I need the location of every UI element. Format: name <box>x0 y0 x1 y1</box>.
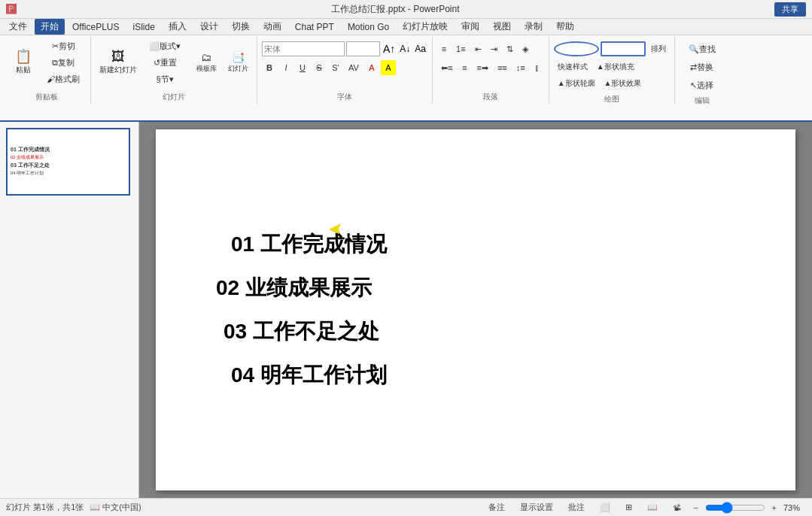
replace-button[interactable]: ⇄ 替换 <box>680 59 725 74</box>
menu-item-home[interactable]: 开始 <box>35 19 65 35</box>
font-label: 字体 <box>262 90 427 102</box>
slide-lib-icon: 📑 <box>232 52 245 62</box>
convert-to-smartart-button[interactable]: ◈ <box>519 41 532 56</box>
new-slide-icon: 🖼 <box>111 50 125 63</box>
quick-styles-button[interactable]: 快速样式 <box>554 59 592 74</box>
layout-button[interactable]: ⬜ 版式▾ <box>142 38 187 53</box>
section-button[interactable]: § 节▾ <box>142 71 187 87</box>
paste-label: 粘贴 <box>16 65 31 75</box>
ribbon-group-drawing: 排列 快速样式 ▲形状填充 ▲形状轮廓 ▲形状效果 绘图 <box>549 37 675 104</box>
paste-icon: 📋 <box>15 50 32 63</box>
menu-item-slideshow[interactable]: 幻灯片放映 <box>397 19 454 35</box>
new-slide-label: 新建幻灯片 <box>99 65 137 75</box>
menu-item-officeplus[interactable]: OfficePLUS <box>66 20 125 34</box>
menu-item-review[interactable]: 审阅 <box>455 19 485 35</box>
shape-outline-button[interactable]: ▲形状轮廓 <box>554 76 599 91</box>
paste-button[interactable]: 📋 粘贴 <box>8 47 39 78</box>
template-icon: 🗂 <box>201 52 211 62</box>
menu-item-transitions[interactable]: 切换 <box>226 19 256 35</box>
zoom-minus[interactable]: − <box>691 503 700 512</box>
bold-button[interactable]: B <box>262 60 277 75</box>
slide-canvas[interactable]: 01 工作完成情况 02 业绩成果展示 03 工作不足之处 04 明年工作计划 <box>156 129 795 490</box>
slide-thumbnail-1[interactable]: 1 01 工作完成情况 02 业绩成果展示 03 工作不足之处 04 明年工作计… <box>6 128 130 196</box>
menu-item-view[interactable]: 视图 <box>487 19 517 35</box>
char-spacing-button[interactable]: AV <box>345 60 363 75</box>
highlight-button[interactable]: A <box>381 60 396 75</box>
select-button[interactable]: ↖ 选择 <box>680 77 725 93</box>
align-right-button[interactable]: ≡➡ <box>473 60 491 75</box>
comments-button[interactable]: 批注 <box>563 500 590 514</box>
status-left: 幻灯片 第1张，共1张 📖 中文(中国) <box>6 502 141 513</box>
zoom-slider[interactable] <box>705 502 765 513</box>
editing-label: 编辑 <box>680 94 725 106</box>
justify-button[interactable]: ≡≡ <box>494 60 511 75</box>
new-slide-button[interactable]: 🖼 新建幻灯片 <box>96 47 141 78</box>
slide-lib-label: 幻灯片 <box>228 64 248 74</box>
font-size-decrease[interactable]: A↓ <box>398 44 412 54</box>
ribbon-group-editing: 🔍 查找 ⇄ 替换 ↖ 选择 编辑 <box>675 37 729 104</box>
menu-item-animations[interactable]: 动画 <box>257 19 287 35</box>
para-row2: ⬅≡ ≡ ≡➡ ≡≡ ↕≡ ⫿ <box>437 60 544 75</box>
find-button[interactable]: 🔍 查找 <box>680 41 725 56</box>
normal-view-button[interactable]: ⬜ <box>595 501 616 514</box>
status-right: 备注 显示设置 批注 ⬜ ⊞ 📖 📽 − + 73% <box>483 500 806 514</box>
ribbon-group-slides: 🖼 新建幻灯片 ⬜ 版式▾ ↺ 重置 § 节▾ 🗂 模板库 📑 <box>91 37 257 104</box>
main-area: 1 01 工作完成情况 02 业绩成果展示 03 工作不足之处 04 明年工作计… <box>0 122 812 498</box>
arrange-button[interactable]: 排列 <box>647 41 670 56</box>
ribbon-group-paragraph: ≡ 1≡ ⇤ ⇥ ⇅ ◈ ⬅≡ ≡ ≡➡ ≡≡ ↕≡ ⫿ 段落 <box>433 37 549 104</box>
text-color-button[interactable]: A <box>364 60 379 75</box>
slide-info: 幻灯片 第1张，共1张 <box>6 502 84 513</box>
slide-content[interactable]: 01 工作完成情况 02 业绩成果展示 03 工作不足之处 04 明年工作计划 <box>156 129 795 490</box>
slide-lib-button[interactable]: 📑 幻灯片 <box>224 47 252 77</box>
menu-item-motionco[interactable]: Motion Go <box>342 20 395 34</box>
copy-button[interactable]: ⧉ 复制 <box>41 55 86 70</box>
strikethrough-button[interactable]: S <box>312 60 327 75</box>
display-settings-button[interactable]: 显示设置 <box>515 500 558 514</box>
font-name-input[interactable] <box>262 41 345 56</box>
menu-item-file[interactable]: 文件 <box>3 19 33 35</box>
reset-button[interactable]: ↺ 重置 <box>142 55 187 70</box>
canvas-area[interactable]: 01 工作完成情况 02 业绩成果展示 03 工作不足之处 04 明年工作计划 <box>139 122 812 498</box>
text-shadow-button[interactable]: S' <box>328 60 343 75</box>
app-icon: 🅿 <box>6 3 17 15</box>
shape-effect-button[interactable]: ▲形状效果 <box>601 76 646 91</box>
language-info: 📖 中文(中国) <box>90 502 141 513</box>
shape1-button[interactable] <box>554 41 599 56</box>
bullet-list-button[interactable]: ≡ <box>437 41 451 56</box>
cut-button[interactable]: ✂ 剪切 <box>41 38 86 53</box>
text-direction-button[interactable]: ⇅ <box>503 41 517 56</box>
clear-format[interactable]: Aa <box>413 44 427 54</box>
indent-decrease-button[interactable]: ⇤ <box>471 41 485 56</box>
menu-item-design[interactable]: 设计 <box>194 19 224 35</box>
share-button[interactable]: 共享 <box>774 2 806 17</box>
reading-view-button[interactable]: 📖 <box>642 501 663 514</box>
shape-fill-button[interactable]: ▲形状填充 <box>593 59 638 74</box>
font-size-input[interactable]: 28 <box>346 41 380 56</box>
menu-item-chatppt[interactable]: Chat PPT <box>289 20 340 34</box>
menu-item-islide[interactable]: iSlide <box>126 20 160 34</box>
indent-increase-button[interactable]: ⇥ <box>487 41 501 56</box>
presenter-view-button[interactable]: 📽 <box>668 502 686 514</box>
slide-sorter-button[interactable]: ⊞ <box>620 501 637 514</box>
align-left-button[interactable]: ⬅≡ <box>437 60 456 75</box>
zoom-plus[interactable]: + <box>770 503 779 512</box>
template-button[interactable]: 🗂 模板库 <box>192 47 220 77</box>
clipboard-label: 剪贴板 <box>8 90 86 102</box>
columns-button[interactable]: ⫿ <box>531 60 544 75</box>
menu-item-insert[interactable]: 插入 <box>163 19 193 35</box>
italic-button[interactable]: I <box>278 60 293 75</box>
align-center-button[interactable]: ≡ <box>458 60 471 75</box>
thumb-line-2: 02 业绩成果展示 <box>11 154 126 161</box>
drawing-label: 绘图 <box>554 93 670 105</box>
title-right: 共享 <box>774 2 806 17</box>
notes-button[interactable]: 备注 <box>483 500 510 514</box>
ribbon: 📋 粘贴 ✂ 剪切 ⧉ 复制 🖌 格式刷 剪贴板 🖼 新建幻灯片 ⬜ 版式 <box>0 35 812 122</box>
shape2-button[interactable] <box>601 41 646 56</box>
line-spacing-button[interactable]: ↕≡ <box>512 60 529 75</box>
menu-item-record[interactable]: 录制 <box>519 19 549 35</box>
format-painter-button[interactable]: 🖌 格式刷 <box>41 71 86 87</box>
menu-item-help[interactable]: 帮助 <box>550 19 580 35</box>
underline-button[interactable]: U <box>295 60 310 75</box>
numbered-list-button[interactable]: 1≡ <box>452 41 470 56</box>
font-size-increase[interactable]: A↑ <box>382 43 397 55</box>
